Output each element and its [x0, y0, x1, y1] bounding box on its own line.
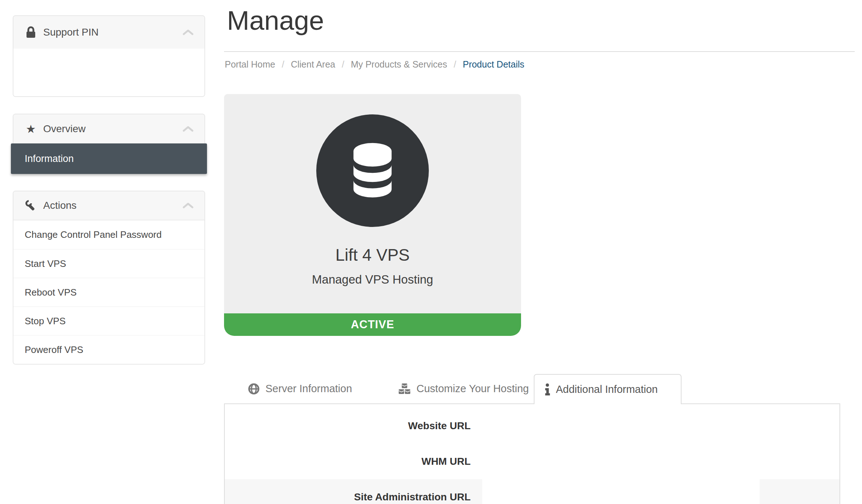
product-icon-circle [316, 114, 429, 227]
overview-header[interactable]: ★ Overview [13, 114, 204, 143]
info-icon [545, 383, 550, 395]
value-placeholder [482, 479, 760, 504]
support-pin-title: Support PIN [43, 27, 99, 38]
site-administration-url-label: Site Administration URL [225, 479, 482, 504]
breadcrumb-portal-home[interactable]: Portal Home [225, 59, 275, 70]
product-card: Lift 4 VPS Managed VPS Hosting ACTIVE [224, 94, 521, 336]
tab-label: Additional Information [556, 383, 658, 395]
sidebar: Support PIN ★ Overview Information [13, 15, 205, 381]
tab-server-information[interactable]: Server Information [238, 374, 362, 403]
support-pin-header[interactable]: Support PIN [13, 16, 204, 49]
site-administration-url-value [482, 479, 839, 504]
sidebar-item-label: Information [25, 153, 74, 164]
actions-header[interactable]: Actions [13, 191, 204, 220]
website-url-label: Website URL [225, 408, 482, 444]
tab-label: Server Information [265, 383, 352, 395]
action-change-control-panel-password[interactable]: Change Control Panel Password [13, 220, 204, 249]
chevron-up-icon [183, 29, 194, 36]
action-stop-vps[interactable]: Stop VPS [13, 306, 204, 335]
whm-url-label: WHM URL [225, 444, 482, 479]
title-divider [224, 51, 855, 52]
star-icon: ★ [24, 123, 37, 135]
breadcrumb-separator: / [282, 59, 284, 70]
tab-bar: Server Information Customize Your Hostin… [224, 374, 855, 404]
globe-icon [248, 383, 260, 395]
action-reboot-vps[interactable]: Reboot VPS [13, 278, 204, 306]
action-poweroff-vps[interactable]: Poweroff VPS [13, 335, 204, 364]
whm-url-value [482, 444, 839, 479]
breadcrumb-product-details: Product Details [463, 59, 524, 70]
tab-label: Customize Your Hosting [416, 383, 529, 395]
sidebar-item-information[interactable]: Information [11, 143, 207, 174]
database-icon [345, 142, 400, 199]
tab-customize-your-hosting[interactable]: Customize Your Hosting [388, 374, 539, 403]
breadcrumb-separator: / [454, 59, 456, 70]
table-row-website-url: Website URL [225, 408, 839, 444]
overview-panel: ★ Overview Information [13, 114, 205, 174]
status-badge: ACTIVE [224, 313, 521, 336]
breadcrumb: Portal Home / Client Area / My Products … [225, 59, 524, 70]
wrench-icon [24, 200, 37, 211]
actions-panel: Actions Change Control Panel Password St… [13, 191, 205, 365]
tab-additional-information[interactable]: Additional Information [534, 374, 682, 404]
page-title: Manage [227, 5, 324, 36]
actions-title: Actions [43, 200, 77, 211]
support-pin-body [13, 49, 204, 96]
main-content: Manage Portal Home / Client Area / My Pr… [224, 0, 855, 504]
breadcrumb-client-area[interactable]: Client Area [291, 59, 335, 70]
chevron-up-icon [183, 126, 194, 132]
status-label: ACTIVE [351, 318, 394, 331]
action-start-vps[interactable]: Start VPS [13, 249, 204, 278]
breadcrumb-my-products-services[interactable]: My Products & Services [351, 59, 447, 70]
product-name: Lift 4 VPS [224, 245, 521, 265]
support-pin-panel: Support PIN [13, 15, 205, 97]
table-row-whm-url: WHM URL [225, 444, 839, 479]
product-card-body: Lift 4 VPS Managed VPS Hosting [224, 94, 521, 313]
website-url-value [482, 408, 839, 444]
table-row-site-administration-url: Site Administration URL [225, 479, 839, 504]
overview-title: Overview [43, 123, 86, 135]
additional-information-panel: Website URL WHM URL Site Administration … [224, 403, 840, 504]
breadcrumb-separator: / [342, 59, 344, 70]
product-group: Managed VPS Hosting [224, 273, 521, 286]
cubes-icon [398, 383, 411, 395]
chevron-up-icon [183, 202, 194, 209]
lock-icon [24, 26, 37, 38]
